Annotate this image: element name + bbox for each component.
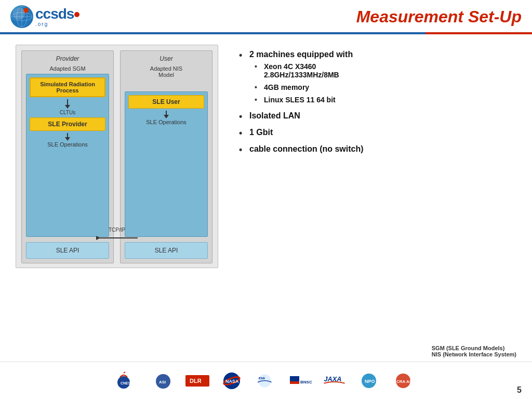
page-title: Measurement Set-Up: [356, 7, 522, 26]
cltu-label: CLTUs: [60, 110, 75, 115]
diagram-wrapper: Provider Adapted SGM Simulated Radiation…: [16, 45, 218, 268]
main-bullet-list: 2 machines equipped with Xeon 4C X34602.…: [239, 50, 516, 154]
provider-blue-container: Simulated Radiation Process CLTUs SLE Pr…: [26, 74, 109, 237]
sub-bullet-list-1: Xeon 4C X34602.8GHz/1333MHz/8MB 4GB memo…: [255, 62, 516, 104]
svg-text:NASA: NASA: [225, 379, 239, 384]
sle-api-user-box: SLE API: [125, 242, 208, 259]
header: ccsds .org Measurement Set-Up: [0, 0, 532, 32]
user-label: User: [159, 55, 172, 62]
logo-globe-icon: [10, 5, 33, 28]
down-arrow-icon2: [62, 133, 73, 141]
svg-marker-11: [96, 236, 100, 240]
logo-text-group: ccsds .org: [35, 7, 79, 27]
svg-text:CNES: CNES: [121, 381, 131, 385]
provider-label: Provider: [56, 55, 79, 62]
footer-logos: CNES ASI DLR NASA: [0, 362, 532, 399]
sle-ops-provider-section: SLE Operations: [30, 133, 105, 148]
footer: SGM (SLE Ground Models) NIS (Network Int…: [0, 352, 532, 399]
footer-note-2: NIS (Network Interface System): [432, 351, 516, 357]
svg-marker-9: [65, 137, 70, 141]
tcp-label: TCP/IP: [109, 227, 125, 233]
svg-text:NPO: NPO: [365, 379, 375, 384]
svg-marker-13: [164, 115, 169, 118]
svg-rect-27: [290, 381, 299, 384]
logo: ccsds .org: [10, 5, 79, 28]
cnes-logo: CNES: [116, 370, 142, 391]
nasa-logo: NASA: [219, 370, 245, 391]
sle-api-provider-box: SLE API: [26, 242, 109, 259]
bnsc-logo: BNSC: [287, 370, 313, 391]
cra-logo: CRA ASC: [390, 370, 416, 391]
npo-logo: NPO: [356, 370, 382, 391]
esa-logo: esa: [253, 370, 279, 391]
sub-bullet-1-2: 4GB memory: [255, 83, 516, 91]
sub-bullet-1-3: Linux SLES 11 64 bit: [255, 96, 516, 104]
tcp-arrow-icon: [96, 234, 138, 242]
sle-ops-user-label: SLE Operations: [146, 119, 187, 125]
main-content: Provider Adapted SGM Simulated Radiation…: [0, 34, 532, 336]
adapted-sgm-label: Adapted SGM: [49, 65, 85, 72]
bullet-item-3: 1 Gbit: [239, 128, 516, 137]
logo-circle: [10, 5, 33, 28]
svg-text:esa: esa: [259, 376, 265, 380]
sle-user-box: SLE User: [128, 95, 204, 109]
logo-main-text: ccsds: [35, 7, 79, 21]
asi-logo: ASI: [150, 370, 176, 391]
footer-note-1: SGM (SLE Ground Models): [432, 345, 516, 351]
footer-notes: SGM (SLE Ground Models) NIS (Network Int…: [432, 345, 516, 357]
sub-bullet-1-1: Xeon 4C X34602.8GHz/1333MHz/8MB: [255, 62, 516, 79]
svg-line-16: [124, 372, 125, 373]
jaxa-logo: JAXA: [322, 370, 348, 391]
down-arrow-icon3: [161, 111, 171, 119]
user-blue-container: SLE User SLE Operations: [125, 91, 208, 237]
simulated-radiation-box: Simulated Radiation Process: [30, 77, 105, 97]
cltu-section: CLTUs: [30, 99, 105, 115]
dlr-logo: DLR: [184, 370, 210, 391]
adapted-nis-label: Adapted NIS Model: [150, 65, 182, 78]
logo-red-dot: [74, 12, 79, 17]
tcp-section: TCP/IP: [96, 227, 138, 242]
sle-ops-provider-label: SLE Operations: [47, 141, 88, 148]
svg-rect-26: [290, 376, 299, 381]
down-arrow-icon: [62, 99, 73, 110]
page-number: 5: [517, 385, 522, 395]
bullet-item-1: 2 machines equipped with Xeon 4C X34602.…: [239, 50, 516, 104]
bullet-item-4: cable connection (no switch): [239, 144, 516, 154]
svg-point-5: [23, 8, 29, 13]
svg-text:CRA ASC: CRA ASC: [396, 379, 415, 384]
sle-provider-box: SLE Provider: [30, 117, 105, 131]
svg-text:BNSC: BNSC: [300, 380, 312, 384]
content-area: 2 machines equipped with Xeon 4C X34602.…: [223, 45, 516, 330]
sle-ops-user-section: SLE Operations: [128, 111, 204, 125]
bullet-item-2: Isolated LAN: [239, 111, 516, 121]
svg-text:ASI: ASI: [159, 380, 166, 384]
diagram-area: Provider Adapted SGM Simulated Radiation…: [16, 45, 223, 330]
svg-text:DLR: DLR: [190, 378, 202, 384]
logo-org-text: .org: [35, 21, 79, 27]
svg-marker-7: [65, 105, 70, 109]
